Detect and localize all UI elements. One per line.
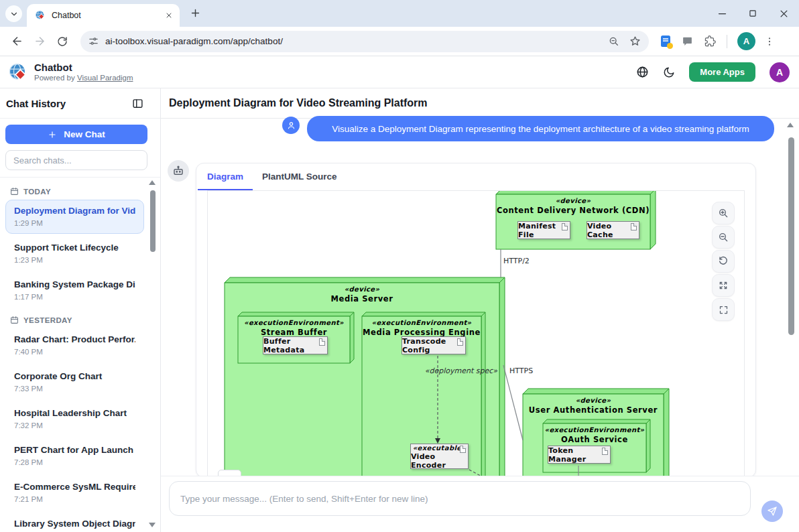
artifact-doc-icon <box>602 448 608 455</box>
reload-icon[interactable] <box>52 31 72 52</box>
tab-diagram[interactable]: Diagram <box>198 163 253 190</box>
section-header-yesterday: YESTERDAY <box>5 312 144 328</box>
zoom-in-button[interactable] <box>712 202 735 224</box>
back-icon[interactable] <box>7 31 27 52</box>
robot-icon <box>172 165 184 177</box>
send-button[interactable] <box>761 501 783 522</box>
chat-list-item[interactable]: Radar Chart: Product Perfor... 7:40 PM <box>5 328 144 362</box>
reset-view-button[interactable] <box>712 250 735 273</box>
language-globe-icon[interactable] <box>636 66 649 78</box>
node-media-processing-engine-label: «executionEnvironment» Media Processing … <box>362 318 481 337</box>
artifact-buffer-metadata: Buffer Metadata <box>263 336 328 354</box>
sidebar-scrollbar-thumb[interactable] <box>150 190 156 252</box>
artifact-transcode-config: Transcode Config <box>402 336 466 354</box>
window-minimize-button[interactable] <box>706 0 737 27</box>
send-plane-icon <box>767 506 778 517</box>
tab-plantuml-source[interactable]: PlantUML Source <box>253 163 347 190</box>
node-cdn-label: «device» Content Delivery Network (CDN) <box>496 196 650 215</box>
chat-list-item[interactable]: Support Ticket Lifecycle 1:23 PM <box>5 237 144 271</box>
new-chat-button[interactable]: New Chat <box>5 125 147 144</box>
artifact-manifest-file: Manifest File <box>517 221 570 239</box>
chat-list-item[interactable]: Corporate Org Chart 7:33 PM <box>5 365 144 399</box>
page-title: Deployment Diagram for Video Streaming P… <box>169 97 428 109</box>
diagram-controls <box>712 202 735 321</box>
artifact-doc-icon <box>562 223 568 230</box>
node-media-server-label: «device» Media Server <box>225 285 499 304</box>
tab-title: Chatbot <box>52 11 159 20</box>
chat-list-item[interactable]: Hospital Leadership Chart 7:32 PM <box>5 402 144 436</box>
window-controls <box>706 0 799 27</box>
extensions-puzzle-icon[interactable] <box>704 36 716 47</box>
browser-menu-icon[interactable] <box>764 36 775 47</box>
app-logo <box>8 62 28 82</box>
diagram-viewport[interactable]: «device» Content Delivery Network (CDN) … <box>207 190 745 478</box>
browser-profile-avatar[interactable]: A <box>737 32 755 50</box>
tab-favicon <box>35 10 46 21</box>
tab-close-icon[interactable] <box>165 11 173 19</box>
url-text: ai-toolbox.visual-paradigm.com/app/chatb… <box>105 36 283 46</box>
visual-paradigm-link[interactable]: Visual Paradigm <box>77 74 133 82</box>
dark-mode-moon-icon[interactable] <box>663 66 675 78</box>
fullscreen-button[interactable] <box>712 298 735 321</box>
calendar-icon <box>10 316 19 324</box>
edge-label-deployment-spec: «deployment spec» <box>402 367 497 375</box>
browser-tabstrip: Chatbot <box>0 0 799 27</box>
forward-icon[interactable] <box>29 31 50 52</box>
zoom-indicator-icon[interactable] <box>609 36 619 47</box>
bookmark-star-icon[interactable] <box>629 36 641 47</box>
main-scrollbar-thumb[interactable] <box>788 137 794 335</box>
new-tab-button[interactable] <box>190 7 201 19</box>
address-bar[interactable]: ai-toolbox.visual-paradigm.com/app/chatb… <box>80 31 649 52</box>
chat-main-area: Deployment Diagram for Video Streaming P… <box>161 88 799 532</box>
app-header: Chatbot Powered by Visual Paradigm More … <box>0 56 799 88</box>
window-maximize-button[interactable] <box>737 0 768 27</box>
chat-list: TODAY Deployment Diagram for Vid... 1:29… <box>0 177 160 532</box>
section-header-today: TODAY <box>5 183 144 200</box>
node-oauth-service-label: «executionEnvironment» OAuth Service <box>543 425 646 444</box>
collapse-sidebar-icon[interactable] <box>132 98 143 109</box>
browser-toolbar: ai-toolbox.visual-paradigm.com/app/chatb… <box>0 27 799 56</box>
site-settings-icon[interactable] <box>88 36 99 46</box>
artifact-video-cache: Video Cache <box>587 221 639 239</box>
bot-response-card: Diagram PlantUML Source <box>196 163 756 478</box>
chat-extension-icon[interactable] <box>682 36 693 47</box>
message-input[interactable] <box>169 481 751 516</box>
artifact-token-manager: Token Manager <box>548 446 611 464</box>
fit-expand-button[interactable] <box>712 274 735 297</box>
artifact-doc-icon <box>457 338 463 346</box>
user-message-bubble: Visualize a Deployment Diagram represent… <box>307 116 774 141</box>
browser-tab[interactable]: Chatbot <box>27 4 180 27</box>
window-close-button[interactable] <box>768 0 799 27</box>
more-apps-button[interactable]: More Apps <box>689 62 755 82</box>
docs-offline-extension-icon[interactable] <box>661 36 670 47</box>
search-chats-input[interactable] <box>5 150 147 170</box>
chat-list-item[interactable]: Banking System Package Dia... 1:17 PM <box>5 273 144 308</box>
user-avatar[interactable]: A <box>770 62 790 82</box>
artifact-doc-icon <box>319 338 325 346</box>
artifact-video-encoder: «executable»Video Encoder <box>410 444 469 469</box>
extensions-row <box>661 36 716 47</box>
plus-icon <box>48 130 57 139</box>
powered-by: Powered by Visual Paradigm <box>34 73 133 82</box>
node-auth-server-label: «device» User Authentication Server <box>523 396 664 415</box>
toolbar-separator <box>727 35 727 48</box>
node-stream-buffer-label: «executionEnvironment» Stream Buffer <box>238 318 350 337</box>
chat-list-item[interactable]: PERT Chart for App Launch 7:28 PM <box>5 439 144 473</box>
chat-list-item[interactable]: Deployment Diagram for Vid... 1:29 PM <box>5 200 144 234</box>
chat-history-sidebar: Chat History New Chat TODAY Deployment D… <box>0 88 161 532</box>
person-icon <box>286 121 296 131</box>
app-name: Chatbot <box>34 62 133 73</box>
sidebar-scroll-up-arrow[interactable] <box>149 180 156 185</box>
chat-list-item[interactable]: E-Commerce SysML Require... 7:21 PM <box>5 476 144 510</box>
message-composer <box>161 476 799 532</box>
bot-avatar <box>168 160 189 182</box>
sidebar-scroll-down-arrow[interactable] <box>149 523 156 527</box>
artifact-doc-icon <box>631 223 637 230</box>
edge-label-http2: HTTP/2 <box>503 257 530 265</box>
zoom-out-button[interactable] <box>712 226 735 249</box>
user-message-avatar <box>282 117 300 134</box>
main-scroll-up-arrow[interactable] <box>787 123 794 127</box>
chat-list-item[interactable]: Library System Object Diagr <box>5 513 144 532</box>
tab-search-chevron-icon[interactable] <box>5 5 22 22</box>
artifact-doc-icon <box>460 446 466 453</box>
